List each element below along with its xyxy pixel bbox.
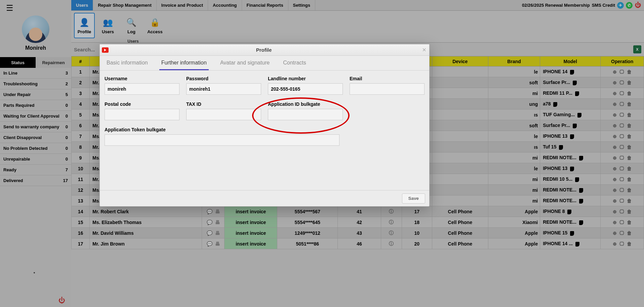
cell-info-icon[interactable]: ⓘ: [381, 206, 402, 217]
status-item[interactable]: In Line3: [0, 68, 71, 79]
add-icon[interactable]: ⊕: [613, 209, 617, 214]
add-icon[interactable]: ⊕: [613, 69, 617, 75]
trash-icon[interactable]: 🗑: [627, 69, 632, 75]
nav-tab-users[interactable]: Users: [71, 0, 93, 10]
column-header[interactable]: Brand: [488, 56, 540, 67]
status-item[interactable]: Troubleshooting2: [0, 79, 71, 89]
add-icon[interactable]: ⊕: [613, 230, 617, 236]
modal-tab-avatar[interactable]: Avatar and signature: [218, 56, 272, 70]
youtube-icon[interactable]: [102, 47, 109, 53]
add-icon[interactable]: ⊕: [613, 166, 617, 171]
status-item[interactable]: Under Repair5: [0, 89, 71, 100]
add-icon[interactable]: ⊕: [613, 80, 617, 85]
add-icon[interactable]: ⊕: [613, 134, 617, 139]
column-header[interactable]: Operation: [601, 56, 644, 67]
trash-icon[interactable]: 🗑: [627, 177, 632, 182]
add-icon[interactable]: ⊕: [613, 187, 617, 193]
add-icon[interactable]: ⊕: [613, 91, 617, 96]
status-item[interactable]: Waiting for Client Approval0: [0, 111, 71, 122]
trash-icon[interactable]: 🗑: [627, 198, 632, 204]
nav-tab-financial[interactable]: Financial Reports: [242, 0, 288, 10]
monitor-icon[interactable]: 🖵: [619, 144, 624, 150]
add-icon[interactable]: ⊕: [613, 144, 617, 150]
trash-icon[interactable]: 🗑: [627, 241, 632, 247]
input-apptoken[interactable]: [105, 134, 339, 146]
add-icon[interactable]: ⊕: [613, 101, 617, 107]
status-item[interactable]: Parts Required0: [0, 100, 71, 111]
add-icon[interactable]: ⊕: [613, 177, 617, 182]
modal-tab-contracts[interactable]: Contracts: [281, 56, 308, 70]
nav-tab-settings[interactable]: Settings: [288, 0, 315, 10]
excel-export-icon[interactable]: X: [633, 45, 641, 53]
add-icon[interactable]: ⊕: [613, 112, 617, 118]
monitor-icon[interactable]: 🖵: [619, 80, 624, 85]
input-appid[interactable]: [268, 109, 343, 120]
trash-icon[interactable]: 🗑: [627, 101, 632, 107]
input-username[interactable]: [105, 83, 179, 95]
add-icon[interactable]: ⊕: [613, 123, 617, 128]
whatsapp-icon[interactable]: ✆: [626, 2, 633, 9]
trash-icon[interactable]: 🗑: [627, 144, 632, 150]
monitor-icon[interactable]: 🖵: [619, 209, 624, 214]
add-icon[interactable]: ⊕: [613, 155, 617, 161]
trash-icon[interactable]: 🗑: [627, 187, 632, 193]
toolbar-profile[interactable]: 👤 Profile: [74, 13, 95, 38]
cell-insert-invoice[interactable]: insert invoice: [225, 217, 277, 228]
table-row[interactable]: 17Mr. Jim Brown💬🖶insert invoice5051****8…: [72, 238, 644, 249]
monitor-icon[interactable]: 🖵: [619, 220, 624, 225]
table-row[interactable]: 14Mr. Robert Clark💬🖶insert invoice5554**…: [72, 206, 644, 217]
table-row[interactable]: 16Mr. David Williams💬🖶insert invoice1249…: [72, 228, 644, 238]
chat-icon[interactable]: 💬: [207, 230, 212, 236]
power-icon[interactable]: ⏻: [635, 2, 641, 9]
print-icon[interactable]: 🖶: [215, 209, 220, 214]
avatar[interactable]: [22, 15, 49, 43]
monitor-icon[interactable]: 🖵: [619, 230, 624, 236]
cell-insert-invoice[interactable]: insert invoice: [225, 238, 277, 249]
cell-insert-invoice[interactable]: insert invoice: [225, 228, 277, 238]
chat-icon[interactable]: 💬: [207, 220, 212, 225]
input-landline[interactable]: [268, 83, 343, 95]
monitor-icon[interactable]: 🖵: [619, 123, 624, 128]
column-header[interactable]: Model: [540, 56, 601, 67]
trash-icon[interactable]: 🗑: [627, 91, 632, 96]
status-item[interactable]: No Problem Detected0: [0, 143, 71, 154]
add-icon[interactable]: ⊕: [613, 220, 617, 225]
trash-icon[interactable]: 🗑: [627, 80, 632, 85]
trash-icon[interactable]: 🗑: [627, 112, 632, 118]
trash-icon[interactable]: 🗑: [627, 155, 632, 161]
nav-tab-repair-shop[interactable]: Repair Shop Management: [93, 0, 157, 10]
trash-icon[interactable]: 🗑: [627, 123, 632, 128]
column-header[interactable]: Device: [432, 56, 488, 67]
modal-tab-further[interactable]: Further information: [159, 56, 209, 70]
hamburger-icon[interactable]: ☰: [6, 3, 13, 13]
monitor-icon[interactable]: 🖵: [619, 241, 624, 247]
sidebar-power-icon[interactable]: ⏻: [58, 297, 65, 304]
input-postal[interactable]: [105, 109, 179, 120]
toolbar-access[interactable]: 🔒 Access: [145, 13, 165, 38]
status-item[interactable]: Delivered17: [0, 175, 71, 186]
status-item[interactable]: Client Disapproval0: [0, 132, 71, 143]
sidebar-tab-repairmen[interactable]: Repairmen: [36, 57, 71, 68]
column-header[interactable]: #: [72, 56, 90, 67]
modal-tab-basic[interactable]: Basic information: [105, 56, 150, 70]
monitor-icon[interactable]: 🖵: [619, 91, 624, 96]
cell-info-icon[interactable]: ⓘ: [381, 238, 402, 249]
input-taxid[interactable]: [186, 109, 261, 120]
trash-icon[interactable]: 🗑: [627, 230, 632, 236]
monitor-icon[interactable]: 🖵: [619, 69, 624, 75]
add-icon[interactable]: ⊕: [613, 198, 617, 204]
nav-tab-accounting[interactable]: Accounting: [208, 0, 242, 10]
monitor-icon[interactable]: 🖵: [619, 101, 624, 107]
print-icon[interactable]: 🖶: [215, 220, 220, 225]
status-item[interactable]: Send to warranty company0: [0, 122, 71, 132]
table-row[interactable]: 15Ms. Elizabeth Thomas💬🖶insert invoice55…: [72, 217, 644, 228]
status-item[interactable]: Ready7: [0, 165, 71, 175]
monitor-icon[interactable]: 🖵: [619, 166, 624, 171]
telegram-icon[interactable]: ✈: [617, 2, 624, 9]
input-password[interactable]: [186, 83, 261, 95]
trash-icon[interactable]: 🗑: [627, 166, 632, 171]
print-icon[interactable]: 🖶: [215, 241, 220, 247]
cell-info-icon[interactable]: ⓘ: [381, 228, 402, 238]
cell-insert-invoice[interactable]: insert invoice: [225, 206, 277, 217]
trash-icon[interactable]: 🗑: [627, 209, 632, 214]
